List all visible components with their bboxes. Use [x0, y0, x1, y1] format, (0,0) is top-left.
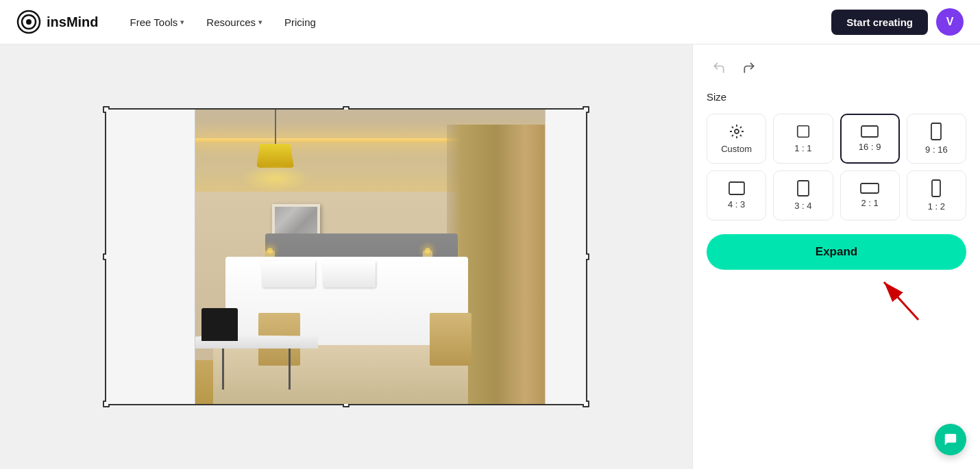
size-4-3-label: 4 : 3 [728, 199, 745, 210]
room-photo [195, 110, 545, 404]
size-btn-2-1[interactable]: 2 : 1 [840, 170, 900, 220]
nav-pricing[interactable]: Pricing [275, 11, 326, 34]
size-btn-1-2[interactable]: 1 : 2 [907, 170, 966, 220]
size-btn-9-16[interactable]: 9 : 16 [907, 114, 966, 164]
size-1-1-label: 1 : 1 [794, 143, 811, 153]
svg-point-3 [735, 129, 739, 134]
pillow-2 [323, 261, 376, 288]
portrait-sm-icon [797, 180, 809, 197]
chat-icon [943, 432, 958, 447]
desk-leg-left [222, 348, 224, 389]
svg-rect-8 [798, 181, 809, 196]
arrow-annotation [707, 275, 966, 323]
size-btn-3-4[interactable]: 3 : 4 [773, 170, 833, 220]
sidebar-panel: Size Custom 1 : 1 [692, 45, 980, 469]
nav-pricing-label: Pricing [284, 16, 316, 28]
size-btn-4-3[interactable]: 4 : 3 [707, 170, 766, 220]
size-btn-16-9[interactable]: 16 : 9 [840, 114, 900, 164]
main-layout: Size Custom 1 : 1 [0, 45, 980, 469]
header-right: Start creating V [831, 8, 964, 36]
image-container [105, 108, 587, 405]
laptop [201, 308, 238, 340]
expand-button[interactable]: Expand [707, 234, 966, 270]
nightstand-right [430, 313, 471, 366]
svg-rect-7 [729, 182, 744, 194]
svg-rect-5 [861, 126, 878, 137]
nav-resources-label: Resources [206, 16, 256, 28]
size-section-label: Size [707, 91, 966, 103]
size-3-4-label: 3 : 4 [794, 201, 811, 211]
expanded-right [545, 110, 586, 404]
square-icon [796, 124, 811, 139]
svg-line-12 [884, 282, 918, 320]
landscape-icon [861, 125, 879, 138]
start-creating-button[interactable]: Start creating [831, 10, 928, 35]
wide-icon [860, 183, 879, 194]
chevron-down-icon: ▾ [258, 18, 262, 27]
logo[interactable]: insMind [16, 10, 99, 34]
nav-resources[interactable]: Resources ▾ [197, 11, 272, 34]
desk-legs [214, 348, 299, 389]
avatar[interactable]: V [936, 8, 964, 36]
redo-button[interactable] [737, 55, 761, 80]
size-16-9-label: 16 : 9 [859, 142, 881, 152]
size-grid: Custom 1 : 1 16 : 9 9 : [707, 114, 966, 220]
svg-point-2 [26, 19, 32, 25]
chat-button[interactable] [935, 424, 966, 455]
svg-rect-10 [932, 180, 940, 197]
chevron-down-icon: ▾ [180, 18, 184, 27]
desk-leg-right [289, 348, 291, 389]
size-1-2-label: 1 : 2 [928, 201, 945, 212]
logo-text: insMind [47, 14, 99, 30]
lamp-glow [241, 164, 310, 192]
tall-icon [931, 179, 941, 197]
lamp-cord [275, 110, 276, 144]
expanded-left [106, 110, 195, 404]
size-btn-1-1[interactable]: 1 : 1 [773, 114, 833, 164]
size-9-16-label: 9 : 16 [925, 144, 948, 155]
logo-icon [16, 10, 41, 34]
size-2-1-label: 2 : 1 [861, 198, 878, 208]
header: insMind Free Tools ▾ Resources ▾ Pricing… [0, 0, 980, 45]
svg-rect-6 [931, 123, 941, 140]
red-arrow-icon [863, 275, 925, 323]
nav-free-tools[interactable]: Free Tools ▾ [121, 11, 195, 34]
desk-area [195, 227, 318, 390]
size-btn-custom[interactable]: Custom [707, 114, 766, 164]
landscape-sm-icon [728, 181, 745, 195]
main-nav: Free Tools ▾ Resources ▾ Pricing [121, 11, 326, 34]
pendant-lamp [248, 110, 303, 178]
custom-icon [728, 123, 745, 140]
undo-icon [712, 61, 726, 75]
undo-button[interactable] [707, 55, 731, 80]
svg-rect-4 [798, 126, 809, 138]
redo-icon [742, 61, 756, 75]
size-custom-label: Custom [721, 144, 752, 154]
canvas-area[interactable] [0, 45, 692, 469]
svg-rect-9 [861, 183, 879, 193]
toolbar-row [707, 55, 966, 80]
nav-free-tools-label: Free Tools [130, 16, 178, 28]
hotel-room-image [106, 110, 586, 404]
portrait-icon [931, 123, 942, 140]
